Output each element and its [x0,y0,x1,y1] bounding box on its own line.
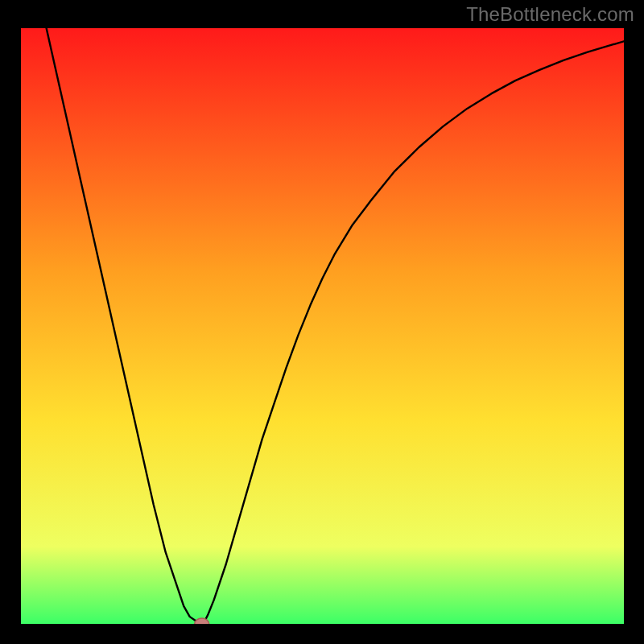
watermark-text: TheBottleneck.com [466,3,634,26]
plot-area [21,28,624,624]
plot-frame [19,27,625,625]
chart-svg [21,28,624,624]
chart-container: TheBottleneck.com [0,0,644,644]
gradient-background [21,28,624,624]
